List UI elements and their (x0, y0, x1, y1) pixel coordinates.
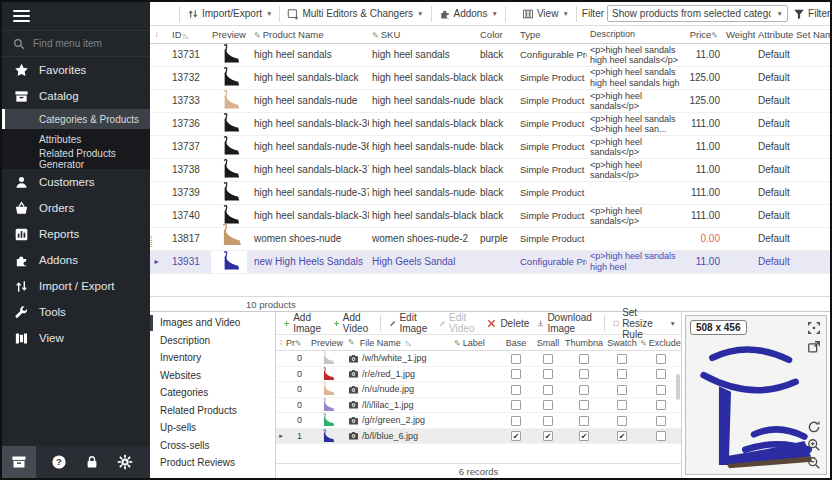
column-header-type[interactable]: Type (517, 29, 587, 40)
checkbox[interactable] (656, 385, 666, 395)
cell-attr[interactable]: Default (755, 256, 830, 267)
column-header-product-name[interactable]: ✎Product Name (251, 29, 369, 40)
cell-id[interactable]: 13736 (163, 118, 207, 129)
product-row-13931[interactable]: ▸13931new High Heels SandalsHigh Geels S… (150, 251, 830, 274)
checkbox[interactable] (511, 400, 521, 410)
cell-swatch[interactable] (604, 384, 640, 395)
checkbox[interactable]: ✔ (579, 431, 589, 441)
cell-prev[interactable] (207, 182, 251, 204)
menu-search[interactable]: Find menu item (2, 30, 150, 57)
cell-file-name[interactable]: /w/h/white_1.jpg (348, 353, 454, 363)
lock-icon[interactable] (84, 454, 100, 470)
sidebar-subitem-categories-products[interactable]: Categories & Products (2, 109, 150, 129)
sidebar-item-catalog[interactable]: Catalog (2, 83, 150, 109)
checkbox[interactable] (617, 369, 627, 379)
multi-editors-menu[interactable]: Multi Editors & Changers▼ (285, 7, 425, 21)
cell-desc[interactable]: <p>high heel sandals</p> (587, 137, 683, 157)
cell-attr[interactable]: Default (755, 233, 830, 244)
cell-color[interactable]: black (477, 210, 517, 221)
checkbox[interactable] (579, 416, 589, 426)
checkbox[interactable] (617, 354, 627, 364)
cell-desc[interactable]: <p>high heel sandals <b>high heel san... (587, 114, 683, 134)
tab-categories[interactable]: Categories (150, 384, 275, 402)
cell-name[interactable]: high heel sandals-nude (251, 95, 369, 106)
cell-prev[interactable] (207, 67, 251, 89)
cell-exclude[interactable] (640, 368, 681, 379)
image-row[interactable]: 0/n/u/nude.jpg (276, 382, 681, 398)
sidebar-item-import-export[interactable]: Import / Export (2, 273, 150, 299)
cell-id[interactable]: 13738 (163, 164, 207, 175)
cell-type[interactable]: Simple Product (517, 187, 587, 198)
cell-base[interactable] (500, 353, 532, 364)
cell-sku[interactable]: high heel sandals-black-36 (369, 118, 477, 129)
grid-corner[interactable]: ⁞ (150, 30, 163, 39)
help-icon[interactable]: ? (51, 454, 67, 470)
column-header-swatch[interactable]: Swatch (604, 338, 640, 348)
cell-id[interactable]: 13740 (163, 210, 207, 221)
product-row-13740[interactable]: 13740high heel sandals-black-38high heel… (150, 205, 830, 228)
view-menu[interactable]: View▼ (520, 7, 571, 21)
tab-cross-sells[interactable]: Cross-sells (150, 437, 275, 455)
checkbox[interactable] (617, 400, 627, 410)
cell-exclude[interactable] (640, 430, 681, 441)
cell-desc[interactable]: <p>high heel sandals</p> (587, 206, 683, 226)
checkbox[interactable] (656, 369, 666, 379)
cell-color[interactable]: black (477, 118, 517, 129)
cell-thumbnail[interactable] (564, 353, 604, 364)
image-thumbnail[interactable] (306, 413, 348, 427)
sidebar-subitem-related-products-generator[interactable]: Related Products Generator (2, 149, 150, 169)
cell-swatch[interactable] (604, 415, 640, 426)
cell-thumbnail[interactable] (564, 368, 604, 379)
cell-name[interactable]: high heel sandals-black (251, 72, 369, 83)
column-header-image-preview[interactable]: Preview (306, 338, 348, 348)
image-thumbnail[interactable] (306, 429, 348, 443)
sidebar-item-reports[interactable]: Reports (2, 221, 150, 247)
cell-sku[interactable]: High Geels Sandal (369, 256, 477, 267)
checkbox[interactable]: ✔ (543, 431, 553, 441)
cell-attr[interactable]: Default (755, 141, 830, 152)
cell-file-name[interactable]: /g/r/green_2.jpg (348, 415, 454, 425)
fullscreen-icon[interactable] (807, 321, 821, 335)
images-toolbar-overflow[interactable]: ▼ (670, 320, 676, 327)
cell-prev[interactable] (207, 159, 251, 181)
cell-small[interactable] (532, 368, 564, 379)
product-row-13817[interactable]: 13817women shoes-nudewomen shoes-nude-2p… (150, 228, 830, 251)
column-header-label[interactable]: ✎Label (454, 338, 500, 348)
gear-icon[interactable] (117, 454, 133, 470)
cell-small[interactable] (532, 399, 564, 410)
rotate-icon[interactable] (807, 420, 821, 434)
edit-video-button[interactable]: Edit Video (437, 311, 480, 335)
checkbox[interactable] (579, 369, 589, 379)
checkbox[interactable] (543, 416, 553, 426)
cell-small[interactable]: ✔ (532, 430, 564, 441)
addons-menu[interactable]: Addons▼ (437, 7, 500, 21)
cell-id[interactable]: 13731 (163, 49, 207, 60)
cell-color[interactable]: black (477, 141, 517, 152)
cell-prev[interactable] (207, 113, 251, 135)
cell-attr[interactable]: Default (755, 118, 830, 129)
cell-swatch[interactable] (604, 353, 640, 364)
filter-select[interactable]: Show products from selected categories ▼ (607, 5, 788, 22)
cell-desc[interactable]: <p>high heel sandals</p> (587, 91, 683, 111)
add-image-button[interactable]: Add Image (281, 311, 327, 335)
column-header-id[interactable]: ID◺ (163, 29, 207, 40)
tab-websites[interactable]: Websites (150, 367, 275, 385)
cell-attr[interactable]: Default (755, 164, 830, 175)
import-export-menu[interactable]: Import/Export▼ (185, 7, 274, 21)
cell-price[interactable]: 125.00 (683, 72, 723, 83)
cell-sku[interactable]: high heel sandals-black (369, 72, 477, 83)
column-header-exclude[interactable]: ✎Exclude (640, 338, 681, 348)
cell-id[interactable]: 13739 (163, 187, 207, 198)
cell-desc[interactable]: <p>high heel sandals high heel sandals h… (587, 67, 683, 88)
cell-position[interactable]: 0 (286, 415, 306, 425)
cell-price[interactable]: 11.00 (683, 164, 723, 175)
cell-id[interactable]: 13737 (163, 141, 207, 152)
checkbox[interactable] (617, 416, 627, 426)
external-link-icon[interactable] (807, 340, 821, 354)
cell-prev[interactable] (207, 90, 251, 112)
cell-name[interactable]: high heel sandals-nude-37 (251, 187, 369, 198)
sidebar-item-tools[interactable]: Tools (2, 299, 150, 325)
product-row-13736[interactable]: 13736high heel sandals-black-36high heel… (150, 113, 830, 136)
sidebar-item-view[interactable]: View (2, 325, 150, 351)
cell-type[interactable]: Simple Product (517, 95, 587, 106)
